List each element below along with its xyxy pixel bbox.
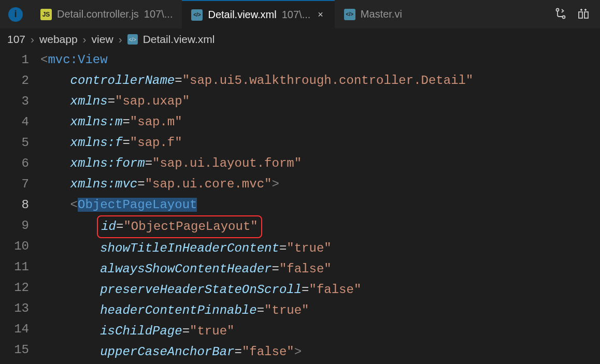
tab-bar: i JSDetail.controller.js 107\...Detail.v…: [0, 0, 600, 29]
code-line[interactable]: <mvc:View: [40, 50, 600, 70]
breadcrumb[interactable]: 107 › webapp › view › Detail.view.xml: [0, 29, 600, 50]
split-editor-icon[interactable]: [577, 7, 590, 22]
tab-master-vi[interactable]: Master.vi: [335, 0, 411, 28]
code-line[interactable]: preserveHeaderStateOnScroll="false": [40, 280, 600, 300]
code-line[interactable]: xmlns:m="sap.m": [40, 112, 600, 133]
chevron-right-icon: ›: [119, 33, 122, 46]
code-line[interactable]: headerContentPinnable="true": [40, 300, 600, 321]
code-line[interactable]: xmlns:mvc="sap.ui.core.mvc">: [40, 174, 600, 195]
tab-label: Detail.view.xml: [208, 9, 276, 21]
tab-label: Detail.controller.js: [57, 8, 139, 20]
code-line[interactable]: <ObjectPageLayout: [40, 195, 600, 215]
compare-changes-icon[interactable]: [554, 7, 567, 22]
code-line[interactable]: xmlns="sap.uxap": [40, 91, 600, 112]
code-line[interactable]: xmlns:form="sap.ui.layout.form": [40, 153, 600, 174]
breadcrumb-part[interactable]: webapp: [39, 33, 78, 46]
highlighted-region: id="ObjectPageLayout": [97, 215, 262, 238]
line-number: 1: [0, 50, 29, 70]
code-line[interactable]: showTitleInHeaderContent="true": [40, 238, 600, 259]
svg-point-1: [563, 16, 565, 18]
xml-file-icon: [191, 9, 203, 21]
line-number: 11: [0, 257, 29, 278]
line-number: 7: [0, 174, 29, 195]
js-file-icon: JS: [40, 9, 52, 20]
line-number: 9: [0, 215, 29, 236]
close-icon[interactable]: ×: [316, 9, 325, 20]
line-number: 13: [0, 298, 29, 319]
code-editor[interactable]: 123456789101112131415 <mvc:View controll…: [0, 50, 600, 362]
line-number: 12: [0, 278, 29, 298]
svg-rect-3: [584, 12, 588, 18]
code-content[interactable]: <mvc:View controllerName="sap.ui5.walkth…: [40, 50, 600, 362]
code-line[interactable]: upperCaseAnchorBar="false">: [40, 342, 600, 362]
line-number: 6: [0, 153, 29, 174]
line-number: 4: [0, 112, 29, 133]
code-line[interactable]: controllerName="sap.ui5.walkthrough.cont…: [40, 70, 600, 91]
xml-file-icon: [127, 34, 138, 45]
line-number: 14: [0, 319, 29, 340]
tab-detail-controller-js[interactable]: JSDetail.controller.js 107\...: [31, 0, 182, 28]
tab-suffix: 107\...: [144, 8, 173, 20]
code-line[interactable]: id="ObjectPageLayout": [40, 215, 600, 238]
svg-rect-2: [579, 12, 582, 18]
line-number: 15: [0, 340, 29, 360]
line-number: 3: [0, 91, 29, 112]
breadcrumb-file[interactable]: Detail.view.xml: [143, 33, 215, 46]
code-line[interactable]: isChildPage="true": [40, 321, 600, 342]
xml-file-icon: [344, 9, 355, 20]
tab-label: Master.vi: [361, 8, 402, 20]
tab-detail-view-xml[interactable]: Detail.view.xml 107\...×: [182, 0, 334, 28]
code-line[interactable]: alwaysShowContentHeader="false": [40, 259, 600, 280]
svg-point-0: [556, 8, 559, 11]
tab-actions: [544, 7, 600, 22]
line-number: 2: [0, 70, 29, 91]
info-badge-icon[interactable]: i: [8, 7, 23, 22]
code-line[interactable]: xmlns:f="sap.f": [40, 133, 600, 153]
chevron-right-icon: ›: [31, 33, 34, 46]
breadcrumb-part[interactable]: 107: [7, 33, 25, 46]
line-number-gutter: 123456789101112131415: [0, 50, 40, 362]
breadcrumb-part[interactable]: view: [92, 33, 113, 46]
line-number: 8: [0, 195, 29, 215]
line-number: 5: [0, 133, 29, 153]
chevron-right-icon: ›: [83, 33, 87, 46]
line-number: 10: [0, 236, 29, 257]
tab-suffix: 107\...: [282, 9, 311, 21]
